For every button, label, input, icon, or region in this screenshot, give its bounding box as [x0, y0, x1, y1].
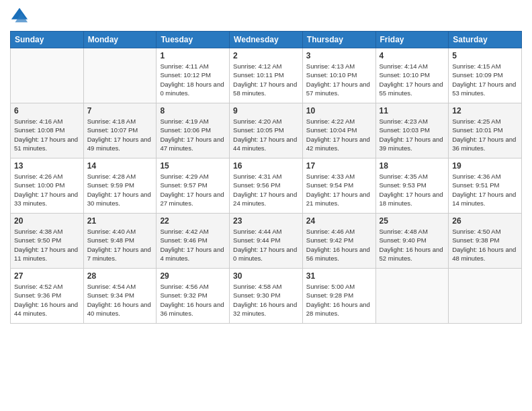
calendar-cell: 15Sunrise: 4:29 AM Sunset: 9:57 PM Dayli… [157, 158, 230, 214]
calendar-cell: 26Sunrise: 4:50 AM Sunset: 9:38 PM Dayli… [449, 214, 522, 269]
day-number: 18 [380, 161, 445, 171]
day-info: Sunrise: 4:15 AM Sunset: 10:09 PM Daylig… [452, 62, 518, 97]
day-number: 22 [160, 216, 226, 226]
calendar-cell [375, 269, 449, 324]
calendar-cell: 30Sunrise: 4:58 AM Sunset: 9:30 PM Dayli… [230, 269, 303, 324]
day-info: Sunrise: 4:58 AM Sunset: 9:30 PM Dayligh… [233, 282, 299, 318]
day-info: Sunrise: 4:36 AM Sunset: 9:51 PM Dayligh… [452, 172, 518, 208]
calendar-week-4: 20Sunrise: 4:38 AM Sunset: 9:50 PM Dayli… [11, 214, 522, 269]
calendar-header-thursday: Thursday [302, 32, 375, 48]
day-number: 3 [306, 51, 372, 60]
calendar-cell: 3Sunrise: 4:13 AM Sunset: 10:10 PM Dayli… [302, 48, 375, 103]
day-number: 29 [160, 271, 226, 281]
calendar-header-monday: Monday [83, 32, 157, 48]
day-number: 26 [452, 216, 518, 226]
calendar-cell: 17Sunrise: 4:33 AM Sunset: 9:54 PM Dayli… [302, 158, 375, 214]
calendar-cell: 8Sunrise: 4:19 AM Sunset: 10:06 PM Dayli… [157, 103, 230, 158]
calendar-cell: 22Sunrise: 4:42 AM Sunset: 9:46 PM Dayli… [157, 214, 230, 269]
day-number: 4 [380, 51, 445, 60]
day-info: Sunrise: 4:38 AM Sunset: 9:50 PM Dayligh… [14, 227, 80, 263]
calendar-cell: 16Sunrise: 4:31 AM Sunset: 9:56 PM Dayli… [230, 158, 303, 214]
day-info: Sunrise: 4:29 AM Sunset: 9:57 PM Dayligh… [160, 172, 226, 208]
day-info: Sunrise: 4:40 AM Sunset: 9:48 PM Dayligh… [87, 227, 153, 263]
day-info: Sunrise: 4:22 AM Sunset: 10:04 PM Daylig… [306, 117, 372, 152]
day-info: Sunrise: 4:23 AM Sunset: 10:03 PM Daylig… [380, 117, 445, 152]
day-number: 6 [14, 106, 80, 116]
calendar-cell: 23Sunrise: 4:44 AM Sunset: 9:44 PM Dayli… [230, 214, 303, 269]
day-number: 27 [14, 271, 80, 281]
day-info: Sunrise: 4:54 AM Sunset: 9:34 PM Dayligh… [87, 282, 153, 318]
calendar-header-tuesday: Tuesday [157, 32, 230, 48]
day-info: Sunrise: 4:20 AM Sunset: 10:05 PM Daylig… [233, 117, 299, 152]
day-number: 10 [306, 106, 372, 116]
day-number: 20 [14, 216, 80, 226]
calendar-cell: 14Sunrise: 4:28 AM Sunset: 9:59 PM Dayli… [83, 158, 157, 214]
day-info: Sunrise: 4:11 AM Sunset: 10:12 PM Daylig… [160, 62, 226, 97]
calendar-cell: 10Sunrise: 4:22 AM Sunset: 10:04 PM Dayl… [302, 103, 375, 158]
day-number: 11 [380, 106, 445, 116]
day-number: 7 [87, 106, 153, 116]
calendar-cell [83, 48, 157, 103]
day-number: 28 [87, 271, 153, 281]
day-number: 14 [87, 161, 153, 171]
calendar-cell: 11Sunrise: 4:23 AM Sunset: 10:03 PM Dayl… [375, 103, 449, 158]
day-info: Sunrise: 4:25 AM Sunset: 10:01 PM Daylig… [452, 117, 518, 152]
calendar: SundayMondayTuesdayWednesdayThursdayFrid… [10, 31, 522, 324]
day-number: 1 [160, 51, 226, 60]
calendar-week-3: 13Sunrise: 4:26 AM Sunset: 10:00 PM Dayl… [11, 158, 522, 214]
calendar-cell: 24Sunrise: 4:46 AM Sunset: 9:42 PM Dayli… [302, 214, 375, 269]
calendar-cell [449, 269, 522, 324]
day-number: 16 [233, 161, 299, 171]
calendar-header-saturday: Saturday [449, 32, 522, 48]
calendar-week-2: 6Sunrise: 4:16 AM Sunset: 10:08 PM Dayli… [11, 103, 522, 158]
day-info: Sunrise: 4:28 AM Sunset: 9:59 PM Dayligh… [87, 172, 153, 208]
page: SundayMondayTuesdayWednesdayThursdayFrid… [0, 0, 532, 411]
calendar-header-wednesday: Wednesday [230, 32, 303, 48]
day-number: 15 [160, 161, 226, 171]
day-info: Sunrise: 4:13 AM Sunset: 10:10 PM Daylig… [306, 62, 372, 97]
calendar-cell: 19Sunrise: 4:36 AM Sunset: 9:51 PM Dayli… [449, 158, 522, 214]
calendar-cell: 21Sunrise: 4:40 AM Sunset: 9:48 PM Dayli… [83, 214, 157, 269]
day-number: 17 [306, 161, 372, 171]
day-info: Sunrise: 4:19 AM Sunset: 10:06 PM Daylig… [160, 117, 226, 152]
day-number: 30 [233, 271, 299, 281]
day-number: 2 [233, 51, 299, 60]
day-info: Sunrise: 4:42 AM Sunset: 9:46 PM Dayligh… [160, 227, 226, 263]
day-info: Sunrise: 4:12 AM Sunset: 10:11 PM Daylig… [233, 62, 299, 97]
calendar-cell [11, 48, 84, 103]
calendar-cell: 6Sunrise: 4:16 AM Sunset: 10:08 PM Dayli… [11, 103, 84, 158]
calendar-header-row: SundayMondayTuesdayWednesdayThursdayFrid… [11, 32, 522, 48]
calendar-cell: 13Sunrise: 4:26 AM Sunset: 10:00 PM Dayl… [11, 158, 84, 214]
day-number: 21 [87, 216, 153, 226]
day-number: 9 [233, 106, 299, 116]
calendar-cell: 5Sunrise: 4:15 AM Sunset: 10:09 PM Dayli… [449, 48, 522, 103]
day-info: Sunrise: 4:31 AM Sunset: 9:56 PM Dayligh… [233, 172, 299, 208]
calendar-cell: 29Sunrise: 4:56 AM Sunset: 9:32 PM Dayli… [157, 269, 230, 324]
day-number: 19 [452, 161, 518, 171]
day-number: 24 [306, 216, 372, 226]
calendar-cell: 31Sunrise: 5:00 AM Sunset: 9:28 PM Dayli… [302, 269, 375, 324]
day-number: 5 [452, 51, 518, 60]
day-info: Sunrise: 4:48 AM Sunset: 9:40 PM Dayligh… [380, 227, 445, 263]
day-info: Sunrise: 5:00 AM Sunset: 9:28 PM Dayligh… [306, 282, 372, 318]
day-info: Sunrise: 4:50 AM Sunset: 9:38 PM Dayligh… [452, 227, 518, 263]
calendar-cell: 25Sunrise: 4:48 AM Sunset: 9:40 PM Dayli… [375, 214, 449, 269]
calendar-cell: 20Sunrise: 4:38 AM Sunset: 9:50 PM Dayli… [11, 214, 84, 269]
day-info: Sunrise: 4:33 AM Sunset: 9:54 PM Dayligh… [306, 172, 372, 208]
calendar-cell: 1Sunrise: 4:11 AM Sunset: 10:12 PM Dayli… [157, 48, 230, 103]
day-number: 25 [380, 216, 445, 226]
day-number: 23 [233, 216, 299, 226]
calendar-cell: 27Sunrise: 4:52 AM Sunset: 9:36 PM Dayli… [11, 269, 84, 324]
calendar-cell: 7Sunrise: 4:18 AM Sunset: 10:07 PM Dayli… [83, 103, 157, 158]
calendar-cell: 4Sunrise: 4:14 AM Sunset: 10:10 PM Dayli… [375, 48, 449, 103]
day-info: Sunrise: 4:26 AM Sunset: 10:00 PM Daylig… [14, 172, 80, 208]
day-number: 8 [160, 106, 226, 116]
calendar-cell: 9Sunrise: 4:20 AM Sunset: 10:05 PM Dayli… [230, 103, 303, 158]
calendar-week-5: 27Sunrise: 4:52 AM Sunset: 9:36 PM Dayli… [11, 269, 522, 324]
day-info: Sunrise: 4:52 AM Sunset: 9:36 PM Dayligh… [14, 282, 80, 318]
day-info: Sunrise: 4:46 AM Sunset: 9:42 PM Dayligh… [306, 227, 372, 263]
calendar-cell: 18Sunrise: 4:35 AM Sunset: 9:53 PM Dayli… [375, 158, 449, 214]
calendar-header-friday: Friday [375, 32, 449, 48]
logo-icon [10, 7, 29, 26]
day-number: 12 [452, 106, 518, 116]
